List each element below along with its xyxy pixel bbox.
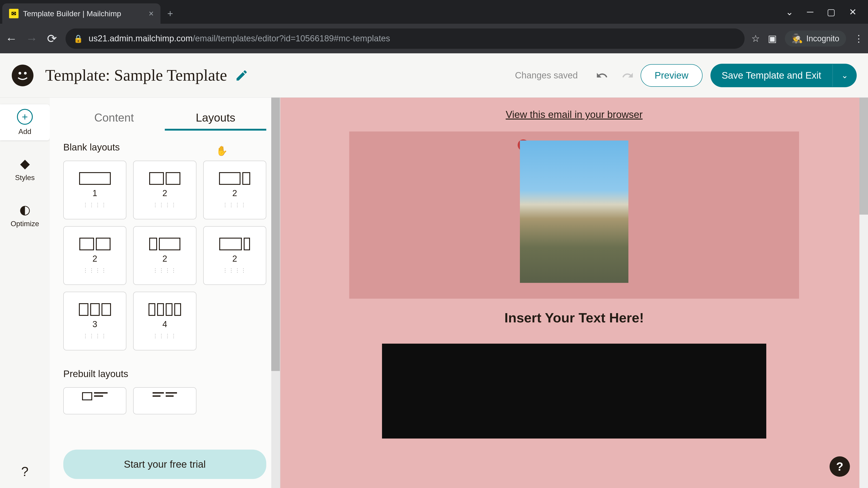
help-fab-button[interactable]: ? xyxy=(830,456,850,477)
layout-count: 4 xyxy=(162,320,167,329)
close-tab-icon[interactable]: × xyxy=(149,9,154,19)
drag-handle-icon: ⋮⋮⋮⋮ xyxy=(222,267,247,273)
side-rail: + Add ◆ Styles ◐ Optimize ? xyxy=(0,98,50,488)
prebuilt-layouts-grid xyxy=(63,387,266,414)
rail-add[interactable]: + Add xyxy=(0,104,50,140)
layout-count: 2 xyxy=(162,188,167,198)
save-dropdown-icon[interactable]: ⌄ xyxy=(833,64,857,87)
diamond-icon: ◆ xyxy=(20,156,30,171)
incognito-badge[interactable]: 🕵 Incognito xyxy=(785,31,846,46)
view-in-browser-link[interactable]: View this email in your browser xyxy=(506,109,643,120)
preview-button[interactable]: Preview xyxy=(641,64,702,87)
panel-scrollbar[interactable] xyxy=(271,98,280,488)
layout-4col[interactable]: 4 ⋮⋮⋮⋮ xyxy=(133,292,196,350)
drag-handle-icon: ⋮⋮⋮⋮ xyxy=(83,333,107,339)
image-block[interactable]: ! xyxy=(349,131,799,299)
browser-chrome: ✉ Template Builder | Mailchimp × + ⌄ ─ ▢… xyxy=(0,0,868,53)
tab-dropdown-icon[interactable]: ⌄ xyxy=(786,7,794,17)
svg-point-2 xyxy=(24,72,27,74)
rail-label: Styles xyxy=(15,173,35,182)
layout-2col-even2[interactable]: 2 ⋮⋮⋮⋮ xyxy=(63,226,126,285)
mailchimp-logo-icon[interactable] xyxy=(11,64,34,87)
prebuilt-layouts-label: Prebuilt layouts xyxy=(63,368,266,379)
menu-icon[interactable]: ⋮ xyxy=(854,33,864,44)
rail-styles[interactable]: ◆ Styles xyxy=(0,152,50,186)
layout-count: 2 xyxy=(232,188,237,198)
reload-button[interactable]: ⟳ xyxy=(45,32,59,45)
layout-2col-even[interactable]: 2 ⋮⋮⋮⋮ xyxy=(133,161,196,219)
undo-button[interactable] xyxy=(596,69,608,82)
redo-button[interactable] xyxy=(622,69,634,82)
canvas-area[interactable]: View this email in your browser ! Insert… xyxy=(280,98,868,488)
svg-point-0 xyxy=(12,65,33,86)
layout-count: 1 xyxy=(92,188,97,198)
app-header: Template: Sample Template Changes saved … xyxy=(0,53,868,98)
blank-layouts-grid: 1 ⋮⋮⋮⋮ 2 ⋮⋮⋮⋮ 2 ⋮⋮⋮⋮ 2 ⋮⋮⋮⋮ xyxy=(63,161,266,350)
new-tab-button[interactable]: + xyxy=(167,8,173,19)
drag-handle-icon: ⋮⋮⋮⋮ xyxy=(153,267,177,273)
close-window-icon[interactable]: ✕ xyxy=(849,7,857,17)
incognito-label: Incognito xyxy=(806,34,839,43)
tab-layouts[interactable]: Layouts xyxy=(165,107,266,131)
rail-label: Add xyxy=(19,127,31,136)
browser-link-row: View this email in your browser xyxy=(349,98,799,131)
minimize-icon[interactable]: ─ xyxy=(807,7,813,17)
page-title: Template: Sample Template xyxy=(45,66,227,85)
content-block[interactable] xyxy=(382,344,766,438)
app-body: + Add ◆ Styles ◐ Optimize ? Content Layo… xyxy=(0,98,868,488)
panel-tabs: Content Layouts xyxy=(50,98,280,131)
back-button[interactable]: ← xyxy=(4,32,18,45)
tab-content[interactable]: Content xyxy=(63,107,165,131)
rail-label: Optimize xyxy=(11,220,39,228)
gauge-icon: ◐ xyxy=(20,202,31,217)
scrollbar-thumb[interactable] xyxy=(860,98,868,215)
trial-cta-button[interactable]: Start your free trial xyxy=(63,450,266,479)
panel-content: Blank layouts 1 ⋮⋮⋮⋮ 2 ⋮⋮⋮⋮ 2 ⋮⋮⋮⋮ xyxy=(50,131,280,488)
blank-layouts-label: Blank layouts xyxy=(63,142,266,153)
layout-3col[interactable]: 3 ⋮⋮⋮⋮ xyxy=(63,292,126,350)
incognito-icon: 🕵 xyxy=(792,33,803,44)
favicon-icon: ✉ xyxy=(9,9,19,18)
canvas-scrollbar[interactable] xyxy=(860,98,868,488)
address-bar[interactable]: 🔒 us21.admin.mailchimp.com/email/templat… xyxy=(66,29,745,49)
layout-count: 2 xyxy=(232,254,237,264)
bookmark-icon[interactable]: ☆ xyxy=(751,33,760,44)
url-display: us21.admin.mailchimp.com/email/templates… xyxy=(89,34,390,43)
plus-icon: + xyxy=(17,109,33,125)
extensions-icon[interactable]: ▣ xyxy=(768,33,777,44)
drag-handle-icon: ⋮⋮⋮⋮ xyxy=(222,202,247,208)
layout-count: 3 xyxy=(92,320,97,329)
toolbar-right: ☆ ▣ 🕵 Incognito ⋮ xyxy=(751,31,864,46)
edit-icon[interactable] xyxy=(235,69,248,82)
svg-point-1 xyxy=(19,72,21,74)
forward-button[interactable]: → xyxy=(25,32,38,45)
prebuilt-layout-2[interactable] xyxy=(133,387,196,414)
layout-count: 2 xyxy=(92,254,97,264)
layout-2col-wide-right[interactable]: 2 ⋮⋮⋮⋮ xyxy=(133,226,196,285)
prebuilt-layout-1[interactable] xyxy=(63,387,126,414)
maximize-icon[interactable]: ▢ xyxy=(827,7,835,17)
rail-optimize[interactable]: ◐ Optimize xyxy=(0,198,50,232)
email-preview: View this email in your browser ! Insert… xyxy=(349,98,799,488)
tab-title: Template Builder | Mailchimp xyxy=(23,9,144,18)
help-icon[interactable]: ? xyxy=(21,464,29,479)
scrollbar-thumb[interactable] xyxy=(271,98,280,371)
image-placeholder[interactable] xyxy=(520,140,628,283)
layout-count: 2 xyxy=(162,254,167,264)
save-button-group: Save Template and Exit ⌄ xyxy=(710,64,857,87)
address-bar-row: ← → ⟳ 🔒 us21.admin.mailchimp.com/email/t… xyxy=(0,24,868,53)
save-button[interactable]: Save Template and Exit xyxy=(710,64,833,87)
drag-handle-icon: ⋮⋮⋮⋮ xyxy=(153,333,177,339)
layout-2col-wide-left[interactable]: 2 ⋮⋮⋮⋮ xyxy=(203,161,266,219)
side-panel: Content Layouts Blank layouts 1 ⋮⋮⋮⋮ 2 ⋮… xyxy=(50,98,280,488)
drag-handle-icon: ⋮⋮⋮⋮ xyxy=(83,202,107,208)
drag-handle-icon: ⋮⋮⋮⋮ xyxy=(83,267,107,273)
browser-tab[interactable]: ✉ Template Builder | Mailchimp × xyxy=(2,3,160,24)
save-status: Changes saved xyxy=(515,70,578,80)
heading-block[interactable]: Insert Your Text Here! xyxy=(349,299,799,337)
layout-2col-narrow-right[interactable]: 2 ⋮⋮⋮⋮ xyxy=(203,226,266,285)
window-controls: ⌄ ─ ▢ ✕ xyxy=(786,0,868,24)
layout-1col[interactable]: 1 ⋮⋮⋮⋮ xyxy=(63,161,126,219)
lock-icon: 🔒 xyxy=(73,34,83,43)
tab-bar: ✉ Template Builder | Mailchimp × + ⌄ ─ ▢… xyxy=(0,0,868,24)
